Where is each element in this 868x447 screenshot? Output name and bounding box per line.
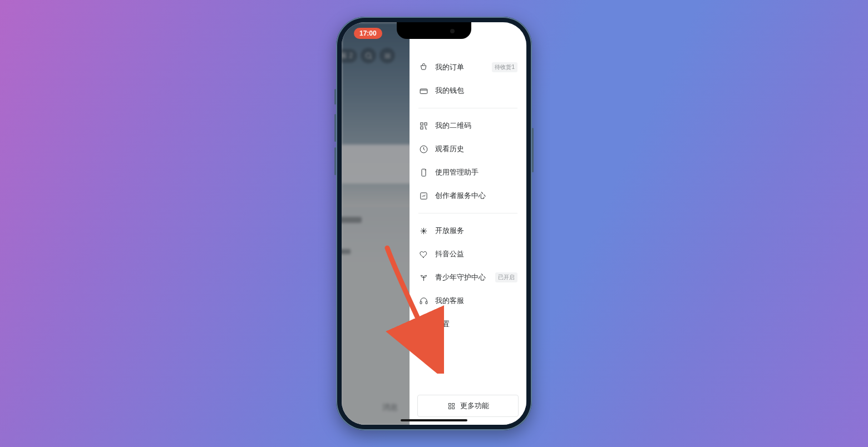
phone-frame: 17:00 客 2 消息 我 我的订单 — [336, 17, 532, 430]
menu-item-open-services[interactable]: 开放服务 — [417, 219, 519, 242]
menu-item-wallet[interactable]: 我的钱包 — [417, 79, 519, 102]
menu-item-label: 设置 — [435, 319, 450, 329]
svg-rect-1 — [420, 88, 427, 93]
menu-item-label: 我的客服 — [435, 296, 464, 306]
menu-item-assistant[interactable]: 使用管理助手 — [417, 161, 519, 184]
menu-item-label: 我的钱包 — [435, 86, 464, 96]
youth-badge: 已开启 — [495, 272, 517, 282]
phone-notch — [397, 22, 471, 39]
svg-rect-11 — [448, 403, 451, 405]
svg-rect-9 — [426, 301, 427, 304]
menu-item-qrcode[interactable]: 我的二维码 — [417, 114, 519, 137]
menu-item-settings[interactable]: 设置 — [417, 312, 519, 336]
side-button-vol-up — [334, 114, 336, 142]
divider — [418, 108, 517, 108]
clock-icon — [418, 144, 428, 154]
menu-item-label: 我的二维码 — [435, 121, 471, 131]
svg-rect-8 — [420, 301, 422, 304]
side-button-mute — [334, 89, 336, 105]
side-drawer: 我的订单 待收货1 我的钱包 我的二维码 观看历史 — [410, 22, 526, 425]
more-features-label: 更多功能 — [460, 401, 489, 411]
home-indicator — [401, 419, 467, 421]
menu-item-label: 我的订单 — [435, 62, 464, 72]
menu-item-label: 抖音公益 — [435, 249, 464, 259]
menu-item-label: 使用管理助手 — [435, 167, 479, 177]
headset-icon — [418, 296, 428, 306]
menu-item-label: 青少年守护中心 — [435, 272, 486, 282]
chart-icon — [418, 191, 428, 201]
menu-item-history[interactable]: 观看历史 — [417, 137, 519, 161]
gear-icon — [418, 319, 428, 329]
svg-rect-2 — [420, 122, 422, 125]
phone-screen: 17:00 客 2 消息 我 我的订单 — [342, 22, 526, 425]
menu-item-youth[interactable]: 青少年守护中心 已开启 — [417, 266, 519, 289]
status-time-recording: 17:00 — [354, 28, 382, 39]
menu-item-orders[interactable]: 我的订单 待收货1 — [417, 56, 519, 79]
more-features-button[interactable]: 更多功能 — [417, 395, 519, 417]
svg-rect-13 — [448, 406, 451, 409]
menu-item-creator[interactable]: 创作者服务中心 — [417, 184, 519, 207]
svg-rect-3 — [424, 122, 426, 125]
svg-point-10 — [422, 323, 425, 325]
menu-item-label: 开放服务 — [435, 226, 464, 236]
grid-icon — [447, 402, 456, 410]
menu-item-welfare[interactable]: 抖音公益 — [417, 242, 519, 266]
sprout-icon — [418, 272, 428, 282]
side-button-vol-down — [334, 147, 336, 175]
spark-icon — [418, 226, 428, 236]
svg-rect-4 — [420, 126, 422, 128]
orders-badge: 待收货1 — [492, 62, 517, 72]
svg-rect-12 — [452, 403, 454, 405]
cart-icon — [418, 62, 428, 72]
phone-icon — [418, 167, 428, 177]
menu-item-support[interactable]: 我的客服 — [417, 289, 519, 312]
divider — [418, 213, 517, 213]
wallet-icon — [418, 86, 428, 96]
drawer-menu: 我的订单 待收货1 我的钱包 — [417, 56, 519, 102]
menu-item-label: 创作者服务中心 — [435, 191, 486, 201]
qrcode-icon — [418, 121, 428, 131]
side-button-right — [532, 128, 534, 172]
heart-icon — [418, 249, 428, 259]
svg-rect-14 — [452, 406, 454, 409]
menu-item-label: 观看历史 — [435, 144, 464, 154]
